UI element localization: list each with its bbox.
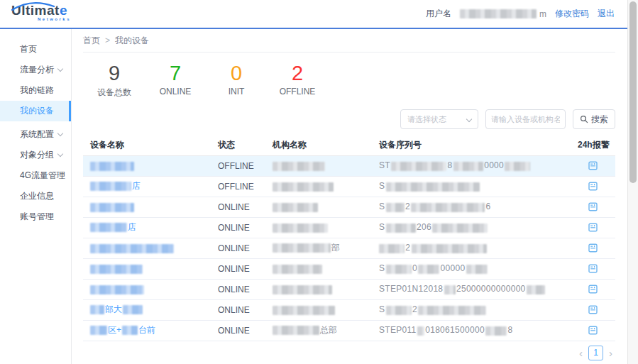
alarm-report-button[interactable] (586, 283, 600, 295)
sidebar-item-3[interactable]: 我的链路 (0, 80, 71, 101)
device-name-link[interactable]: 店 (90, 222, 137, 232)
status-cell: ONLINE (211, 217, 265, 238)
organization-cell (265, 217, 372, 238)
alarm-report-button[interactable] (586, 263, 600, 275)
alarm-report-button[interactable] (586, 304, 600, 316)
sidebar-item-label: 账号管理 (20, 211, 54, 221)
visible-text-fragment: 2 (405, 243, 410, 253)
pagination-prev-button[interactable]: ‹ (579, 346, 583, 360)
redacted-text (386, 182, 480, 192)
visible-text-fragment: 8 (508, 325, 513, 335)
pagination-page-1-button[interactable]: 1 (588, 346, 603, 360)
keyword-search-input[interactable] (485, 109, 566, 129)
redacted-text (122, 326, 138, 335)
alarm-cell (571, 176, 615, 197)
organization-cell (265, 197, 372, 217)
stat-value: 0 (214, 62, 259, 84)
serial-number-cell: STEP01N12018 25000000000000 (372, 279, 571, 299)
sidebar-item-7[interactable]: 4G流量管理 (0, 165, 71, 186)
device-name-link[interactable] (90, 243, 175, 253)
visible-text-fragment: 00000 (441, 263, 466, 273)
sidebar-nav: 首页流量分析我的链路我的设备系统配置对象分组4G流量管理企业信息账号管理 (0, 29, 72, 364)
sidebar-item-8[interactable]: 企业信息 (0, 186, 71, 206)
visible-text-fragment: S (379, 304, 385, 314)
breadcrumb-current: 我的设备 (115, 35, 149, 45)
page-scrollbar[interactable] (627, 0, 638, 364)
username-tail: m (539, 9, 546, 19)
device-name-cell (83, 238, 211, 258)
redacted-text (90, 285, 144, 294)
device-name-link[interactable] (90, 160, 135, 170)
visible-text-fragment: 2 (405, 202, 410, 211)
stat-value: 9 (92, 62, 137, 84)
chevron-down-icon (57, 131, 63, 136)
header-user-area: 用户名 m 修改密码 退出 (426, 0, 615, 28)
redacted-text (411, 203, 485, 212)
organization-cell (265, 155, 372, 176)
alarm-cell (571, 258, 615, 279)
alarm-report-icon (588, 223, 598, 232)
logout-link[interactable]: 退出 (598, 8, 615, 20)
table-row-6: ONLINE S 0 00000 (83, 258, 615, 279)
redacted-text (485, 326, 507, 336)
device-name-link[interactable]: 部大 (90, 304, 143, 314)
alarm-report-icon (588, 243, 598, 253)
device-name-link[interactable]: 区+ 台前 (90, 325, 156, 335)
visible-text-fragment: 2 (412, 304, 417, 314)
table-row-4: 店 ONLINE S 206 (83, 217, 615, 238)
device-name-cell (83, 279, 211, 299)
visible-text-fragment: ST (379, 160, 390, 170)
status-cell: ONLINE (211, 197, 265, 217)
device-name-link[interactable]: 店 (90, 181, 141, 191)
sidebar-item-9[interactable]: 账号管理 (0, 206, 71, 227)
table-row-2: 店 OFFLINE S (83, 176, 615, 197)
stat-init: 0INIT (214, 62, 259, 99)
visible-text-fragment: S (379, 181, 385, 191)
redacted-text (505, 162, 530, 171)
sidebar-item-4[interactable]: 我的设备 (0, 101, 71, 121)
visible-text-fragment: 0000 (484, 160, 504, 170)
redacted-text (466, 265, 488, 274)
redacted-text (432, 224, 488, 233)
alarm-report-button[interactable] (586, 180, 600, 192)
logo-swoosh-icon (10, 1, 61, 11)
alarm-report-button[interactable] (586, 160, 600, 172)
scrollbar-thumb[interactable] (629, 1, 637, 183)
serial-number-cell: S 2 (372, 299, 571, 320)
status-text: OFFLINE (218, 182, 254, 192)
redacted-text (90, 265, 143, 274)
alarm-report-button[interactable] (586, 242, 600, 254)
visible-text-fragment: S (379, 222, 385, 232)
redacted-text (412, 244, 487, 253)
search-button[interactable]: 搜索 (573, 109, 615, 129)
redacted-text (418, 306, 486, 315)
breadcrumb-home[interactable]: 首页 (83, 35, 100, 45)
table-row-8: 部大 ONLINE S 2 (83, 299, 615, 320)
sidebar-item-2[interactable]: 流量分析 (0, 60, 71, 80)
column-header: 设备序列号 (372, 136, 571, 155)
device-name-link[interactable] (90, 263, 143, 273)
device-name-link[interactable] (90, 202, 135, 211)
sidebar-item-1[interactable]: 首页 (0, 39, 71, 60)
alarm-report-button[interactable] (586, 221, 600, 233)
device-name-link[interactable] (90, 284, 145, 294)
pagination-next-button[interactable]: › (609, 346, 612, 360)
alarm-report-button[interactable] (586, 201, 600, 213)
device-name-cell (83, 155, 211, 176)
redacted-text (417, 326, 424, 336)
sidebar-item-label: 流量分析 (20, 65, 54, 75)
status-select[interactable]: 请选择状态 (400, 109, 478, 129)
sidebar-item-6[interactable]: 对象分组 (0, 145, 71, 165)
status-cell: ONLINE (211, 299, 265, 320)
breadcrumb-separator: > (105, 35, 110, 45)
sidebar-item-5[interactable]: 系统配置 (0, 124, 71, 145)
change-password-link[interactable]: 修改密码 (555, 8, 589, 20)
redacted-text (90, 162, 134, 171)
sidebar-item-label: 4G流量管理 (20, 170, 65, 180)
status-cell: OFFLINE (211, 176, 265, 197)
alarm-report-button[interactable] (586, 324, 600, 336)
chevron-down-icon (57, 66, 63, 72)
alarm-report-icon (588, 305, 598, 314)
alarm-report-icon (588, 161, 598, 170)
visible-text-fragment: 店 (132, 181, 141, 191)
